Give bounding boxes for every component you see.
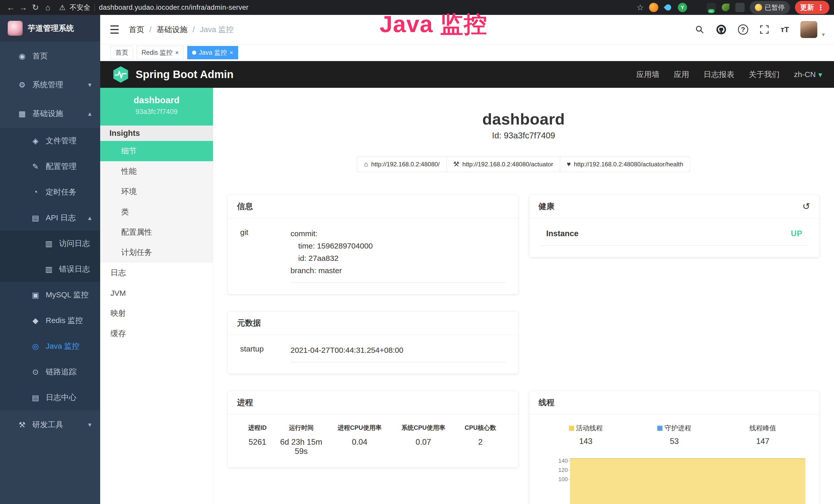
extension-icon-on[interactable]: on xyxy=(707,3,716,12)
process-uptime-value: 6d 23h 15m 59s xyxy=(275,437,328,456)
sidebar-item-config[interactable]: ✎ 配置管理 xyxy=(0,154,100,179)
sidebar-item-label: 链路追踪 xyxy=(46,367,76,377)
sba-nav-wall[interactable]: 应用墙 xyxy=(636,69,659,80)
legend-label: 守护进程 xyxy=(664,423,691,433)
breadcrumb-home[interactable]: 首页 xyxy=(129,24,144,35)
warning-icon: ⚠ xyxy=(59,3,66,12)
sidebar-item-error-log[interactable]: ▥ 错误日志 xyxy=(0,256,100,282)
kebab-menu-icon[interactable]: ⋮ xyxy=(817,3,824,12)
update-button[interactable]: 更新 ⋮ xyxy=(795,1,829,14)
sba-item-jvm[interactable]: JVM xyxy=(100,283,213,303)
legend-swatch-yellow xyxy=(569,426,574,431)
bookmark-star-icon[interactable]: ☆ xyxy=(636,3,644,12)
sba-item-environment[interactable]: 环境 xyxy=(100,182,213,202)
sidebar-item-home[interactable]: ◉ 首页 xyxy=(0,42,100,70)
sidebar-item-mysql[interactable]: ▣ MySQL 监控 xyxy=(0,282,100,307)
help-icon[interactable]: ? xyxy=(738,24,748,35)
file-icon: ◈ xyxy=(29,136,42,145)
sba-nav-journal[interactable]: 日志报表 xyxy=(704,69,734,80)
sidebar-item-java[interactable]: ◎ Java 监控 xyxy=(0,333,100,359)
sidebar-item-system[interactable]: ⚙ 系统管理 ▾ xyxy=(0,70,100,99)
threads-legend: 活动线程 守护进程 线程峰值 143 xyxy=(542,423,807,446)
info-card: 信息 git commit: time: 1596289704000 id: 2… xyxy=(227,194,518,294)
system-cpu-value: 0.07 xyxy=(391,437,455,456)
address-bar[interactable]: ⚠ 不安全 dashboard.yudao.iocoder.cn/infra/a… xyxy=(59,3,636,12)
browser-chrome: ← → ↻ ⌂ ⚠ 不安全 dashboard.yudao.iocoder.cn… xyxy=(0,0,834,15)
extension-icon-orange[interactable] xyxy=(649,3,658,12)
fullscreen-icon[interactable] xyxy=(760,25,769,35)
sidebar-item-infra[interactable]: ▦ 基础设施 ▴ xyxy=(0,99,100,128)
sba-instance-id: 93a3fc7f7409 xyxy=(100,108,213,116)
tab-java[interactable]: Java 监控 × xyxy=(187,46,238,59)
cards-grid: 信息 git commit: time: 1596289704000 id: 2… xyxy=(227,194,820,504)
sba-nav-applications[interactable]: 应用 xyxy=(674,69,689,80)
tab-home[interactable]: 首页 xyxy=(110,46,133,59)
search-icon[interactable] xyxy=(695,25,705,35)
health-url-button[interactable]: ♥ http://192.168.0.2:48080/actuator/heal… xyxy=(560,156,690,172)
sidebar-item-dev-tools[interactable]: ⚒ 研发工具 ▾ xyxy=(0,410,100,439)
sidebar-item-label: 定时任务 xyxy=(46,187,76,198)
sba-item-configprops[interactable]: 配置属性 xyxy=(100,222,213,243)
metadata-row-startup: startup 2021-04-27T00:44:31.254+08:00 xyxy=(240,344,506,362)
sidebar-item-trace[interactable]: ⊙ 链路追踪 xyxy=(0,359,100,385)
close-icon[interactable]: × xyxy=(229,49,233,56)
sba-item-caches[interactable]: 缓存 xyxy=(100,323,213,344)
process-col-header: 系统CPU使用率 xyxy=(391,423,455,432)
tab-redis[interactable]: Redis 监控 × xyxy=(137,46,184,59)
sba-item-mappings[interactable]: 映射 xyxy=(100,303,213,323)
sidebar-item-log-center[interactable]: ▤ 日志中心 xyxy=(0,385,100,410)
sidebar-item-file[interactable]: ◈ 文件管理 xyxy=(0,128,100,154)
health-card-header: 健康 ↺ xyxy=(529,195,820,218)
sidebar-logo[interactable]: 芋道管理系统 xyxy=(0,15,100,42)
breadcrumb-infra[interactable]: 基础设施 xyxy=(157,24,188,35)
threads-card-title: 线程 xyxy=(539,397,554,408)
forward-icon[interactable]: → xyxy=(17,1,29,14)
sba-brand[interactable]: Spring Boot Admin xyxy=(112,66,234,83)
sidebar-item-access-log[interactable]: ▥ 访问日志 xyxy=(0,231,100,256)
sba-locale-select[interactable]: zh-CN ▾ xyxy=(794,70,822,79)
actuator-url-button[interactable]: ⚒ http://192.168.0.2:48080/actuator xyxy=(446,156,560,172)
github-icon[interactable] xyxy=(716,24,727,35)
sidebar-item-job[interactable]: ◔ 定时任务 xyxy=(0,179,100,205)
log-icon: ▤ xyxy=(29,393,42,402)
app-sidebar: 芋道管理系统 ◉ 首页 ⚙ 系统管理 ▾ ▦ 基础设施 ▴ ◈ xyxy=(0,15,100,504)
extension-icon-plugin[interactable] xyxy=(736,3,745,12)
extension-icon-green[interactable]: Y xyxy=(678,3,687,12)
sba-main: dashboard Id: 93a3fc7f7409 ⌂ http://192.… xyxy=(213,88,834,504)
sidebar-item-redis[interactable]: ◆ Redis 监控 xyxy=(0,307,100,333)
tab-label: Redis 监控 xyxy=(141,48,173,57)
extension-icon-grid[interactable] xyxy=(692,3,701,12)
sba-item-logs[interactable]: 日志 xyxy=(100,263,213,283)
close-icon[interactable]: × xyxy=(175,49,179,56)
extension-on-badge: on xyxy=(708,9,715,13)
top-header: ☰ 首页 / 基础设施 / Java 监控 ? xyxy=(100,15,834,44)
history-icon[interactable]: ↺ xyxy=(803,201,810,212)
refresh-icon[interactable]: ↻ xyxy=(29,1,42,14)
chevron-up-icon: ▴ xyxy=(88,214,91,222)
service-url-button[interactable]: ⌂ http://192.168.0.2:48080/ xyxy=(357,156,447,172)
url-text[interactable]: dashboard.yudao.iocoder.cn/infra/admin-s… xyxy=(99,4,248,12)
extension-icon-drop[interactable] xyxy=(663,3,673,12)
sba-item-details[interactable]: 细节 xyxy=(100,141,213,161)
font-size-icon[interactable]: тT xyxy=(781,25,789,34)
info-card-title: 信息 xyxy=(237,201,253,212)
sba-locale-value: zh-CN xyxy=(794,70,816,79)
sba-nav-about[interactable]: 关于我们 xyxy=(749,69,780,80)
extension-icon-leaf[interactable] xyxy=(721,3,730,12)
sidebar-item-api-log[interactable]: ▤ API 日志 ▴ xyxy=(0,205,100,231)
sba-item-scheduled-tasks[interactable]: 计划任务 xyxy=(100,243,213,263)
home-icon[interactable]: ⌂ xyxy=(42,1,54,14)
legend-label: 活动线程 xyxy=(576,423,603,433)
avatar[interactable] xyxy=(800,21,817,38)
sba-item-classes[interactable]: 类 xyxy=(100,202,213,222)
git-commit-line: commit: xyxy=(290,228,506,240)
hamburger-icon[interactable]: ☰ xyxy=(109,23,119,36)
paused-badge[interactable]: 已暂停 xyxy=(750,1,790,14)
threads-card-header: 线程 xyxy=(529,391,820,414)
back-icon[interactable]: ← xyxy=(5,1,17,14)
avatar-caret-icon: ▾ xyxy=(822,31,825,38)
emoji-icon xyxy=(755,4,762,11)
sba-instance-header[interactable]: dashboard 93a3fc7f7409 xyxy=(100,88,213,125)
sba-item-metrics[interactable]: 性能 xyxy=(100,161,213,182)
active-dot xyxy=(192,51,196,55)
